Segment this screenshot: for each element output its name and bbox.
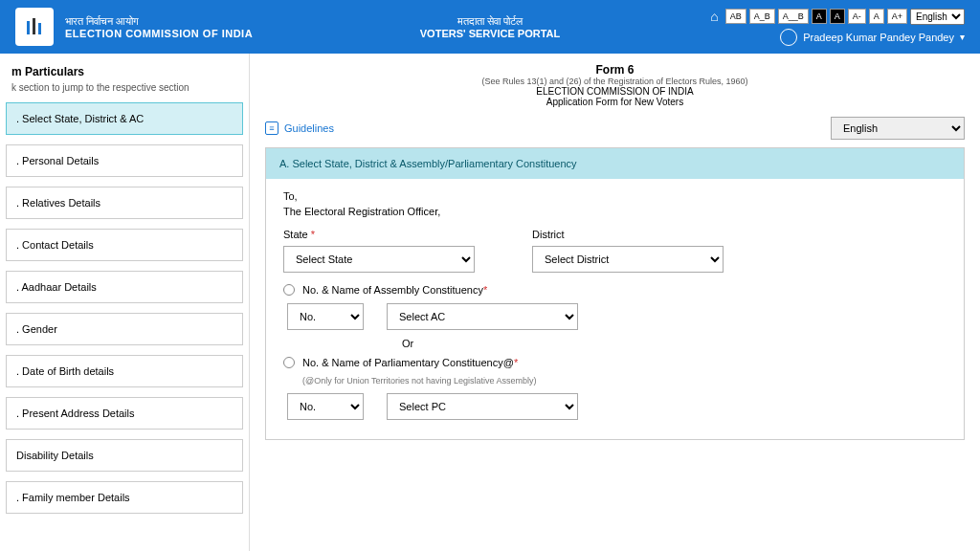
pc-no-input[interactable]: No. [287, 393, 364, 420]
sidebar-item-address[interactable]: . Present Address Details [6, 397, 243, 430]
header-center: मतदाता सेवा पोर्टल VOTERS' SERVICE PORTA… [420, 15, 560, 39]
form-language-select[interactable]: English [831, 117, 965, 140]
header-left: भारत निर्वाचन आयोग ELECTION COMMISSION O… [15, 8, 253, 46]
sidebar-subtitle: k section to jump to the respective sect… [6, 82, 243, 102]
section-a-box: A. Select State, District & Assembly/Par… [265, 147, 965, 440]
form-nav-sidebar: m Particulars k section to jump to the r… [0, 54, 249, 551]
ero-text: The Electoral Registration Officer, [283, 206, 947, 217]
portal-english: VOTERS' SERVICE PORTAL [420, 28, 560, 39]
header-language-select[interactable]: English [910, 9, 965, 25]
home-icon[interactable]: ⌂ [710, 9, 718, 24]
state-label: State * [283, 229, 475, 240]
form-rules: (See Rules 13(1) and (26) of the Registr… [265, 77, 965, 86]
sidebar-item-relatives[interactable]: . Relatives Details [6, 187, 243, 219]
or-separator: Or [379, 338, 436, 349]
guideline-row: ≡ Guidelines English [265, 117, 965, 140]
sidebar-item-aadhaar[interactable]: . Aadhaar Details [6, 271, 243, 303]
sidebar-item-dob[interactable]: . Date of Birth details [6, 355, 243, 387]
district-field: District Select District [532, 229, 724, 273]
section-a-body: To, The Electoral Registration Officer, … [266, 179, 964, 439]
contrast-btn-3[interactable]: A__B [778, 9, 809, 24]
main-layout: m Particulars k section to jump to the r… [0, 54, 980, 551]
contrast-btn-2[interactable]: A_B [749, 9, 775, 24]
font-increase-btn[interactable]: A+ [887, 9, 907, 24]
sidebar-title: m Particulars [6, 61, 243, 82]
ac-label: No. & Name of Assembly Constituency* [302, 284, 487, 296]
form-desc: Application Form for New Voters [265, 97, 965, 107]
accessibility-toolbar: ⌂ AB A_B A__B A A A- A A+ English [710, 9, 965, 25]
svg-rect-1 [33, 18, 35, 34]
user-menu[interactable]: 👤 Pradeep Kumar Pandey Pandey ▾ [780, 29, 965, 46]
form-title: Form 6 [265, 63, 965, 77]
state-district-row: State * Select State District Select Dis… [283, 229, 947, 273]
user-name: Pradeep Kumar Pandey Pandey [803, 32, 954, 43]
ac-select[interactable]: Select AC [387, 303, 578, 330]
font-decrease-btn[interactable]: A- [848, 9, 866, 24]
eci-logo [15, 8, 54, 46]
contrast-btn-5[interactable]: A [830, 9, 845, 24]
logo-icon [23, 15, 46, 38]
pc-radio[interactable] [283, 357, 295, 368]
sidebar-item-disability[interactable]: Disability Details [6, 439, 243, 472]
form-org: ELECTION COMMISSION OF INDIA [265, 86, 965, 97]
sidebar-item-contact[interactable]: . Contact Details [6, 229, 243, 261]
contrast-btn-1[interactable]: AB [725, 9, 746, 24]
sidebar-item-family[interactable]: . Family member Details [6, 481, 243, 514]
pc-select[interactable]: Select PC [387, 393, 578, 420]
guidelines-link[interactable]: ≡ Guidelines [265, 121, 334, 135]
app-header: भारत निर्वाचन आयोग ELECTION COMMISSION O… [0, 0, 980, 54]
ac-radio-row: No. & Name of Assembly Constituency* [283, 284, 947, 296]
header-right: ⌂ AB A_B A__B A A A- A A+ English 👤 Prad… [710, 9, 965, 46]
district-label: District [532, 229, 724, 240]
guidelines-label: Guidelines [284, 122, 334, 134]
svg-rect-0 [27, 21, 30, 34]
state-select[interactable]: Select State [283, 246, 475, 273]
district-select[interactable]: Select District [532, 246, 724, 273]
pc-note: (@Only for Union Territories not having … [302, 376, 947, 386]
state-field: State * Select State [283, 229, 475, 273]
header-english: ELECTION COMMISSION OF INDIA [65, 28, 253, 39]
font-default-btn[interactable]: A [869, 9, 884, 24]
chevron-down-icon: ▾ [960, 32, 965, 42]
header-titles: भारत निर्वाचन आयोग ELECTION COMMISSION O… [65, 15, 253, 39]
guidelines-icon: ≡ [265, 121, 278, 135]
user-icon: 👤 [780, 29, 797, 46]
section-a-header: A. Select State, District & Assembly/Par… [266, 148, 964, 179]
ac-no-input[interactable]: No. [287, 303, 364, 330]
to-text: To, [283, 190, 947, 202]
pc-radio-row: No. & Name of Parliamentary Constituency… [283, 357, 947, 368]
sidebar-item-personal[interactable]: . Personal Details [6, 144, 243, 177]
ac-radio[interactable] [283, 284, 295, 296]
form-header: Form 6 (See Rules 13(1) and (26) of the … [265, 63, 965, 107]
contrast-btn-4[interactable]: A [812, 9, 827, 24]
form-content: Form 6 (See Rules 13(1) and (26) of the … [249, 54, 980, 551]
header-hindi: भारत निर्वाचन आयोग [65, 15, 253, 28]
pc-label: No. & Name of Parliamentary Constituency… [302, 357, 518, 368]
portal-hindi: मतदाता सेवा पोर्टल [420, 15, 560, 28]
svg-rect-2 [38, 23, 41, 34]
ac-inputs: No. Select AC [287, 303, 947, 330]
pc-inputs: No. Select PC [287, 393, 947, 420]
sidebar-item-state[interactable]: . Select State, District & AC [6, 102, 243, 135]
sidebar-item-gender[interactable]: . Gender [6, 313, 243, 345]
